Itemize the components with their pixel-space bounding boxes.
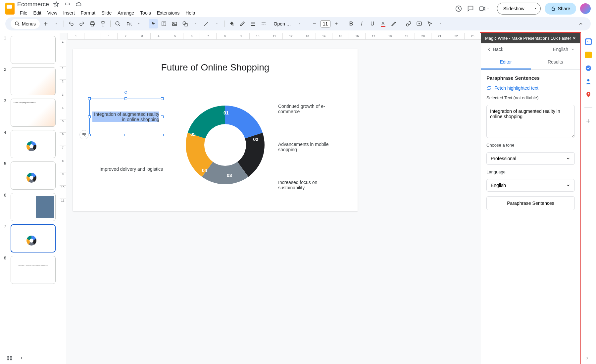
slide-thumb-3[interactable]: Online Shopping Presentation: [11, 99, 56, 127]
donut-chart[interactable]: 01 02 03 04 05: [179, 99, 272, 191]
document-title[interactable]: Ecommerce: [17, 1, 49, 8]
print-button[interactable]: [88, 19, 97, 28]
slide-panel[interactable]: 1 2 3Online Shopping Presentation 4 5 6 …: [0, 33, 60, 364]
slide-canvas[interactable]: Future of Online Shopping Integration of…: [73, 49, 358, 211]
textbox-tool[interactable]: [159, 19, 169, 28]
zoom-button[interactable]: [113, 19, 123, 28]
shape-tool[interactable]: [180, 19, 190, 28]
selected-textbox[interactable]: Integration of augmented reality in onli…: [89, 99, 162, 135]
font-size-decrease[interactable]: −: [310, 19, 319, 28]
tone-select[interactable]: Professional: [486, 152, 575, 165]
image-tool[interactable]: [170, 19, 179, 28]
tasks-icon[interactable]: [585, 65, 592, 71]
slide-thumb-5[interactable]: [11, 161, 56, 190]
slide-number: 2: [4, 67, 8, 95]
slide-thumb-7[interactable]: [11, 224, 56, 252]
search-menus[interactable]: Menus: [11, 19, 40, 29]
menu-extensions[interactable]: Extensions: [154, 9, 182, 17]
border-dash-button[interactable]: [259, 19, 268, 28]
underline-button[interactable]: U: [368, 19, 377, 28]
text-color-button[interactable]: A: [378, 19, 388, 28]
grid-view-icon[interactable]: [7, 355, 13, 361]
zoom-select[interactable]: Fit: [124, 21, 143, 26]
contacts-icon[interactable]: [585, 78, 592, 85]
star-icon[interactable]: [52, 0, 60, 8]
get-addons-icon[interactable]: +: [585, 117, 592, 123]
move-icon[interactable]: [64, 0, 72, 8]
slide-thumb-4[interactable]: [11, 130, 56, 158]
slide-thumb-1[interactable]: [11, 36, 56, 64]
svg-point-11: [183, 22, 186, 24]
label-03[interactable]: Increased focus on sustainability: [278, 180, 331, 190]
language-select[interactable]: English: [486, 179, 575, 192]
history-icon[interactable]: [455, 5, 463, 13]
menu-edit[interactable]: Edit: [31, 9, 44, 17]
cloud-icon[interactable]: [75, 0, 83, 8]
explore-icon[interactable]: [585, 356, 589, 360]
menu-arrange[interactable]: Arrange: [115, 9, 137, 17]
slides-logo[interactable]: [5, 3, 15, 15]
font-dropdown[interactable]: [295, 19, 304, 28]
label-01[interactable]: Continued growth of e-commerce: [278, 104, 331, 114]
avatar[interactable]: [580, 3, 591, 14]
svg-rect-13: [251, 23, 255, 23]
menu-insert[interactable]: Insert: [61, 9, 77, 17]
font-select[interactable]: Open …: [274, 21, 294, 26]
line-dropdown[interactable]: [212, 19, 222, 28]
collapse-filmstrip-icon[interactable]: [19, 356, 24, 360]
menu-slide[interactable]: Slide: [99, 9, 114, 17]
calendar-icon[interactable]: 31: [585, 38, 592, 45]
new-slide-dropdown[interactable]: [52, 19, 61, 28]
font-size-input[interactable]: [321, 20, 330, 27]
top-language-select[interactable]: English: [553, 47, 575, 52]
comment-button[interactable]: [415, 19, 424, 28]
tab-results[interactable]: Results: [531, 55, 580, 69]
slide-number: 3: [4, 99, 8, 127]
floating-format-button[interactable]: [79, 130, 89, 139]
bold-button[interactable]: B: [347, 19, 356, 28]
back-button[interactable]: Back: [486, 47, 503, 52]
share-button[interactable]: Share: [545, 3, 576, 15]
new-slide-button[interactable]: [41, 19, 50, 28]
fetch-text-link[interactable]: Fetch highlighted text: [486, 85, 575, 91]
collapse-toolbar[interactable]: [576, 19, 585, 28]
undo-button[interactable]: [67, 19, 76, 28]
label-04[interactable]: Improved delivery and logistics: [97, 166, 163, 172]
close-icon[interactable]: ✕: [572, 36, 576, 41]
slide-thumb-6[interactable]: [11, 193, 56, 221]
fill-color-button[interactable]: [227, 19, 236, 28]
paint-format-button[interactable]: [98, 19, 108, 28]
selected-text[interactable]: Integration of augmented reality in onli…: [92, 112, 159, 122]
keep-icon[interactable]: [585, 52, 592, 58]
border-weight-button[interactable]: [248, 19, 258, 28]
slide-title[interactable]: Future of Online Shopping: [73, 62, 358, 73]
menu-help[interactable]: Help: [183, 9, 198, 17]
slideshow-dropdown[interactable]: [530, 3, 541, 15]
menu-tools[interactable]: Tools: [137, 9, 154, 17]
more-button[interactable]: [425, 19, 434, 28]
paraphrase-button[interactable]: Paraphrase Sentences: [486, 196, 575, 210]
menu-view[interactable]: View: [45, 9, 60, 17]
label-02[interactable]: Advancements in mobile shopping: [278, 142, 331, 152]
italic-button[interactable]: I: [357, 19, 367, 28]
redo-button[interactable]: [77, 19, 86, 28]
slideshow-button[interactable]: Slideshow: [497, 3, 530, 15]
maps-icon[interactable]: [585, 91, 592, 98]
highlight-button[interactable]: [389, 19, 398, 28]
paraphrase-heading: Paraphrase Sentences: [486, 75, 575, 81]
font-size-increase[interactable]: +: [332, 19, 341, 28]
meet-icon[interactable]: [478, 5, 486, 13]
link-button[interactable]: [404, 19, 413, 28]
slide-thumb-2[interactable]: [11, 67, 56, 95]
border-color-button[interactable]: [238, 19, 247, 28]
shape-dropdown[interactable]: [191, 19, 200, 28]
slide-thumb-8[interactable]: Thank you. Please feel free to ask any q…: [11, 256, 56, 284]
tab-editor[interactable]: Editor: [481, 55, 531, 69]
comments-icon[interactable]: [467, 5, 474, 13]
canvas-area[interactable]: 11234567891011121314151617181920212223 1…: [60, 33, 481, 364]
menu-format[interactable]: Format: [78, 9, 98, 17]
more-dropdown[interactable]: [436, 19, 445, 28]
line-tool[interactable]: [202, 19, 211, 28]
select-tool[interactable]: [149, 19, 158, 28]
menu-file[interactable]: File: [17, 9, 30, 17]
